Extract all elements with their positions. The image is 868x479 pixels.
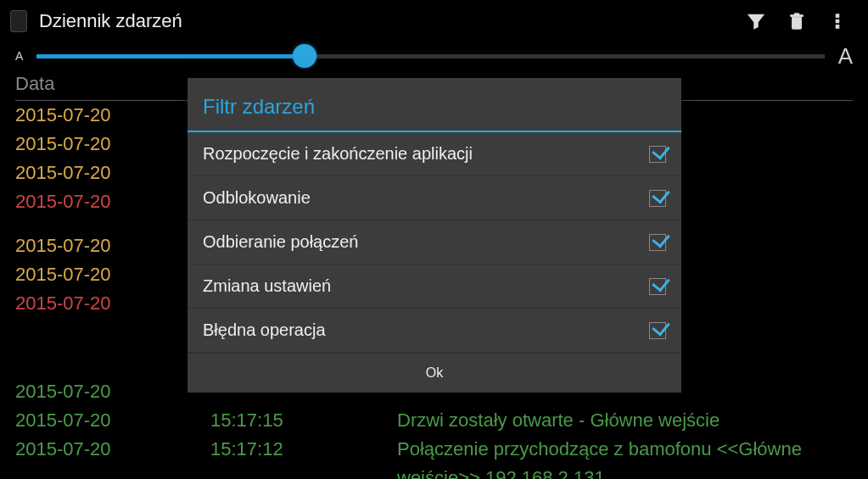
filter-dialog: Filtr zdarzeń Rozpoczęcie i zakończenie … bbox=[188, 78, 681, 393]
filter-option[interactable]: Odblokowanie bbox=[188, 176, 681, 220]
filter-option[interactable]: Odbieranie połączeń bbox=[188, 220, 681, 265]
filter-option[interactable]: Błędna operacja bbox=[188, 309, 681, 353]
dialog-ok-button[interactable]: Ok bbox=[188, 353, 681, 393]
filter-option-label: Odblokowanie bbox=[203, 188, 649, 208]
filter-option-label: Zmiana ustawień bbox=[203, 276, 649, 296]
filter-option-label: Odbieranie połączeń bbox=[203, 232, 649, 252]
filter-option[interactable]: Rozpoczęcie i zakończenie aplikacji bbox=[188, 132, 681, 176]
filter-option-label: Rozpoczęcie i zakończenie aplikacji bbox=[203, 144, 649, 164]
filter-option[interactable]: Zmiana ustawień bbox=[188, 265, 681, 309]
checkbox[interactable] bbox=[649, 322, 666, 339]
dialog-title: Filtr zdarzeń bbox=[188, 78, 681, 132]
checkbox[interactable] bbox=[649, 234, 666, 251]
checkbox[interactable] bbox=[649, 278, 666, 295]
checkbox[interactable] bbox=[649, 146, 666, 163]
filter-option-label: Błędna operacja bbox=[203, 320, 649, 340]
checkbox[interactable] bbox=[649, 190, 666, 207]
